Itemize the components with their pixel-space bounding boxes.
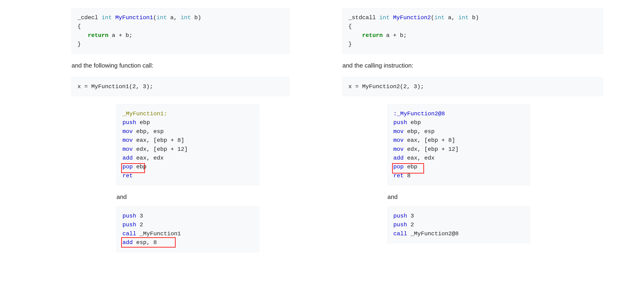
m: add [393, 155, 404, 161]
left-and: and [116, 193, 289, 200]
left-asm-callee: _MyFunction1: push ebp mov ebp, esp mov … [116, 104, 259, 185]
r: 8 [404, 173, 410, 179]
call-code-text: x = MyFunction2(2, 3); [348, 83, 424, 90]
right-column: _stdcall int MyFunction2(int a, int b) {… [322, 8, 644, 302]
indent [78, 32, 88, 39]
right-call-code: x = MyFunction2(2, 3); [342, 77, 603, 96]
m: ret [122, 173, 133, 179]
paren2: ) [198, 14, 201, 21]
left-asm-caller: push 3 push 2 call _MyFunction1 add esp,… [116, 206, 259, 252]
right-defn-code: _stdcall int MyFunction2(int a, int b) {… [342, 8, 603, 54]
r: ebp [136, 119, 150, 126]
m: call [393, 231, 407, 237]
r: 2 [136, 222, 143, 228]
asm-label: :_MyFunction2@8 [393, 111, 445, 117]
fn-name: MyFunction2 [393, 14, 431, 21]
m: mov [122, 146, 133, 152]
left-defn-code: _cdecl int MyFunction1(int a, int b) { r… [72, 8, 289, 54]
p2n: b [468, 14, 476, 21]
r: 3 [136, 213, 143, 219]
brace: { [348, 23, 352, 30]
return-kw: return [362, 32, 383, 39]
r: 3 [407, 213, 414, 219]
left-column: _cdecl int MyFunction1(int a, int b) { r… [0, 8, 322, 302]
m: push [122, 213, 136, 219]
r: ebp, esp [133, 128, 164, 135]
comma: , [174, 14, 177, 21]
p1n: a [167, 14, 174, 21]
r: eax, [ebp + 8] [133, 137, 184, 144]
p1t: int [434, 14, 444, 21]
r: ebp [407, 119, 421, 126]
r: eax, edx [133, 155, 164, 161]
r: edx, [ebp + 12] [404, 146, 458, 152]
p1n: a [445, 14, 452, 21]
call-code-text: x = MyFunction1(2, 3); [78, 83, 153, 90]
m: mov [122, 128, 133, 135]
m: mov [393, 128, 404, 135]
r: edx, [ebp + 12] [133, 146, 188, 152]
type-int: int [102, 14, 112, 21]
ret-expr: a + b; [383, 32, 407, 39]
m: push [393, 213, 407, 219]
right-caption: and the calling instruction: [342, 62, 603, 69]
left-caption: and the following function call: [72, 62, 289, 69]
m: push [122, 222, 136, 228]
right-and: and [388, 193, 603, 200]
type-int: int [379, 14, 390, 21]
m: call [122, 231, 136, 237]
r: esp, 8 [133, 239, 157, 246]
left-call-code: x = MyFunction1(2, 3); [72, 77, 289, 96]
r: ebp, esp [404, 128, 434, 135]
m: pop [122, 164, 133, 170]
cc: _cdecl [78, 14, 98, 21]
m: mov [393, 146, 404, 152]
r: _MyFunction2@8 [407, 231, 458, 237]
m: push [393, 119, 407, 126]
paren2: ) [476, 14, 479, 21]
asm-label: _MyFunction1: [122, 111, 167, 117]
page: _cdecl int MyFunction1(int a, int b) { r… [0, 0, 644, 302]
right-asm-caller: push 3 push 2 call _MyFunction2@8 [388, 206, 530, 243]
cc: _stdcall [348, 14, 376, 21]
fn-name: MyFunction1 [115, 14, 153, 21]
m: push [122, 119, 136, 126]
paren: ( [153, 14, 156, 21]
comma: , [452, 14, 455, 21]
m: mov [122, 137, 133, 144]
brace: { [78, 23, 81, 30]
m: push [393, 222, 407, 228]
p2t: int [455, 14, 468, 21]
m: ret [393, 173, 404, 179]
r: 2 [407, 222, 414, 228]
m: mov [393, 137, 404, 144]
r: eax, [ebp + 8] [404, 137, 455, 144]
p2t: int [177, 14, 191, 21]
p2n: b [191, 14, 198, 21]
return-kw: return [88, 32, 108, 39]
paren: ( [431, 14, 434, 21]
ret-expr: a + b; [108, 32, 132, 39]
r: ebp [133, 164, 146, 170]
indent [348, 32, 362, 39]
brace2: } [348, 41, 352, 47]
m: pop [393, 164, 404, 170]
m: add [122, 155, 133, 161]
r: eax, edx [404, 155, 434, 161]
right-asm-callee: :_MyFunction2@8 push ebp mov ebp, esp mo… [388, 104, 530, 185]
p1t: int [156, 14, 167, 21]
brace2: } [78, 41, 81, 47]
r: ebp [404, 164, 417, 170]
m: add [122, 239, 133, 246]
r: _MyFunction1 [136, 231, 181, 237]
